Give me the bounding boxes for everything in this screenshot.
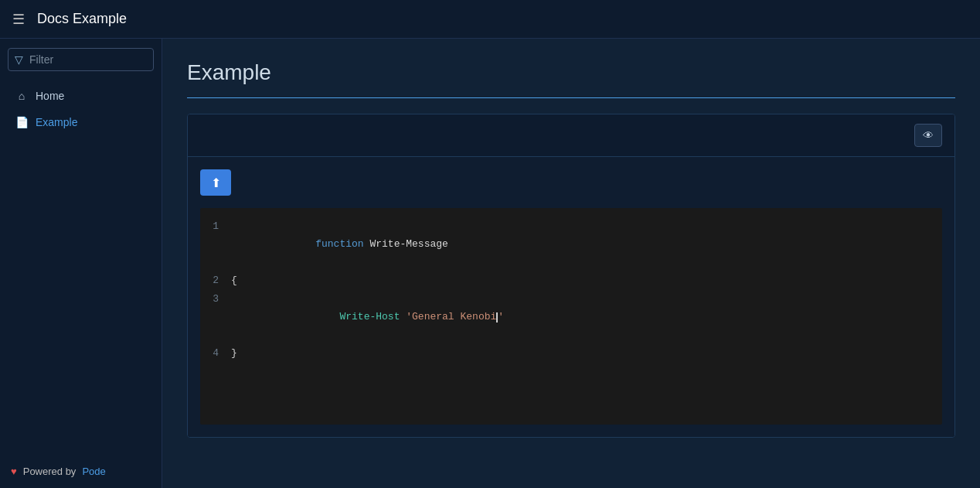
heart-icon: ♥ <box>11 466 17 477</box>
code-card-body: ⬆ 1 function Write-Message 2 { <box>188 157 954 437</box>
sidebar-item-home[interactable]: ⌂ Home <box>5 84 157 108</box>
code-line-3: 3 Write-Host 'General Kenobi' <box>200 290 942 344</box>
line-number-3: 3 <box>200 290 231 308</box>
code-editor[interactable]: 1 function Write-Message 2 { 3 Write-Hos… <box>200 208 942 425</box>
filter-input[interactable] <box>29 53 147 66</box>
line-number-1: 1 <box>200 217 231 235</box>
sidebar-item-example-label: Example <box>36 116 77 128</box>
sidebar-item-example[interactable]: 📄 Example <box>5 110 157 135</box>
line-content-1: function Write-Message <box>231 217 448 271</box>
app-title: Docs Example <box>37 11 127 27</box>
powered-by-text: Powered by <box>23 466 77 477</box>
pode-link[interactable]: Pode <box>82 466 105 477</box>
filter-container[interactable]: ▽ <box>8 48 154 71</box>
page-title: Example <box>187 60 955 85</box>
code-card: 👁 ⬆ 1 function Write-Message 2 <box>187 114 955 438</box>
home-icon: ⌂ <box>15 90 28 102</box>
eye-button[interactable]: 👁 <box>914 124 942 147</box>
sidebar-footer: ♥ Powered by Pode <box>0 455 162 488</box>
line-content-3: Write-Host 'General Kenobi' <box>231 290 504 344</box>
upload-button[interactable]: ⬆ <box>200 169 231 196</box>
line-content-4: } <box>231 344 237 362</box>
eye-icon: 👁 <box>923 129 934 142</box>
file-icon: 📄 <box>15 116 28 128</box>
sidebar: ▽ ⌂ Home 📄 Example ♥ Powered by Pode <box>0 39 162 488</box>
line-number-2: 2 <box>200 271 231 289</box>
title-divider <box>187 97 955 98</box>
content-area: Example 👁 ⬆ 1 function Write-Message <box>162 39 980 488</box>
upload-icon: ⬆ <box>211 176 221 190</box>
code-line-4: 4 } <box>200 344 942 362</box>
main-layout: ▽ ⌂ Home 📄 Example ♥ Powered by Pode Exa… <box>0 39 980 488</box>
hamburger-icon[interactable]: ☰ <box>12 12 25 26</box>
code-line-2: 2 { <box>200 271 942 289</box>
code-card-header: 👁 <box>188 114 954 157</box>
code-line-1: 1 function Write-Message <box>200 217 942 271</box>
sidebar-item-home-label: Home <box>36 90 64 102</box>
line-number-4: 4 <box>200 344 231 362</box>
line-content-2: { <box>231 271 237 289</box>
app-header: ☰ Docs Example <box>0 0 980 39</box>
filter-icon: ▽ <box>15 53 23 66</box>
sidebar-nav: ⌂ Home 📄 Example <box>0 80 162 138</box>
